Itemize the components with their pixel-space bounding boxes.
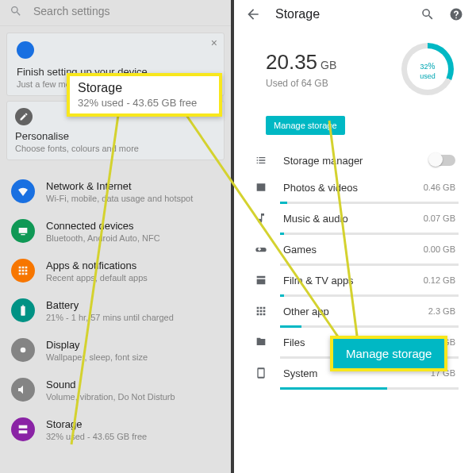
search-placeholder: Search settings — [33, 5, 110, 17]
phone-icon — [251, 367, 271, 379]
search-row[interactable]: Search settings — [0, 0, 231, 26]
callout-title: Storage — [78, 81, 211, 95]
settings-item-display[interactable]: Display Wallpaper, sleep, font size — [0, 330, 231, 370]
item-label: Network & Internet — [46, 180, 220, 192]
item-sub: 32% used - 43.65 GB free — [46, 432, 220, 441]
personalise-title: Personalise — [15, 130, 216, 142]
category-value: 0.46 GB — [424, 183, 455, 192]
list-icon — [251, 154, 271, 167]
settings-item-network[interactable]: Network & Internet Wi-Fi, mobile, data u… — [0, 171, 231, 211]
search-icon[interactable] — [420, 7, 435, 21]
usage-bar — [280, 233, 459, 235]
item-sub: Volume, vibration, Do Not Disturb — [46, 392, 220, 402]
devices-icon — [11, 219, 35, 243]
apps-icon — [251, 305, 271, 317]
music-icon — [251, 212, 271, 225]
storage-screen: Storage 20.35GB Used of 64 GB 32% used M… — [234, 0, 473, 473]
item-label: Sound — [46, 379, 220, 390]
edit-icon — [15, 108, 33, 125]
search-icon — [10, 5, 22, 17]
category-value: 2.3 GB — [428, 306, 455, 316]
close-icon[interactable]: × — [211, 37, 217, 49]
settings-item-battery[interactable]: Battery 21% - 1 hr, 57 mins until charge… — [0, 290, 231, 330]
item-sub: Recent apps, default apps — [46, 273, 220, 283]
callout-storage: Storage 32% used - 43.65 GB free — [67, 73, 222, 117]
settings-item-storage[interactable]: Storage 32% used - 43.65 GB free — [0, 410, 231, 449]
usage-bar — [280, 263, 459, 266]
storage-manager-row[interactable]: Storage manager — [248, 146, 459, 173]
photos-icon — [251, 181, 271, 194]
back-icon[interactable] — [245, 6, 261, 22]
category-label: Other app — [283, 306, 428, 317]
category-value: 0.07 GB — [424, 213, 455, 223]
item-label: Storage — [46, 418, 220, 430]
callout-sub: 32% used - 43.65 GB free — [78, 97, 211, 109]
item-label: Apps & notifications — [46, 260, 220, 271]
used-amount: 20.35GB — [266, 50, 401, 75]
folder-icon — [251, 336, 271, 348]
usage-ring: 32% used — [401, 43, 454, 95]
display-icon — [11, 338, 35, 362]
personalise-sub: Choose fonts, colours and more — [15, 144, 216, 153]
settings-screen: Search settings × Finish setting up your… — [0, 0, 234, 473]
item-sub: Wallpaper, sleep, font size — [46, 352, 220, 362]
usage-bar — [280, 294, 459, 297]
callout-manage-storage: Manage storage — [330, 336, 447, 371]
settings-item-connected[interactable]: Connected devices Bluetooth, Android Aut… — [0, 211, 231, 251]
usage-bar — [280, 325, 459, 328]
sound-icon — [11, 378, 35, 402]
settings-item-apps[interactable]: Apps & notifications Recent apps, defaul… — [0, 251, 231, 290]
category-row-film[interactable]: Film & TV apps 0.12 GB — [248, 266, 459, 293]
setup-icon — [17, 41, 34, 59]
item-label: Display — [46, 339, 220, 351]
games-icon — [251, 243, 271, 256]
used-of: Used of 64 GB — [266, 78, 401, 89]
storage-manager-label: Storage manager — [283, 155, 430, 167]
category-label: Photos & videos — [283, 182, 424, 194]
settings-item-sound[interactable]: Sound Volume, vibration, Do Not Disturb — [0, 370, 231, 410]
help-icon[interactable] — [449, 7, 463, 21]
storage-summary: 20.35GB Used of 64 GB 32% used — [234, 27, 473, 108]
item-label: Battery — [46, 299, 220, 311]
category-row-photos[interactable]: Photos & videos 0.46 GB — [248, 173, 459, 200]
manage-storage-button[interactable]: Manage storage — [266, 116, 345, 135]
item-sub: Bluetooth, Android Auto, NFC — [46, 233, 220, 243]
film-icon — [251, 274, 271, 286]
storage-manager-toggle[interactable] — [430, 155, 455, 166]
wifi-icon — [11, 179, 35, 203]
item-sub: Wi-Fi, mobile, data usage and hotspot — [46, 194, 220, 203]
item-sub: 21% - 1 hr, 57 mins until charged — [46, 313, 220, 322]
usage-bar — [280, 387, 459, 390]
category-row-games[interactable]: Games 0.00 GB — [248, 235, 459, 262]
storage-icon — [11, 417, 35, 441]
category-label: Games — [283, 244, 424, 256]
battery-icon — [11, 298, 35, 322]
apps-icon — [11, 259, 35, 283]
usage-bar — [280, 202, 459, 204]
item-label: Connected devices — [46, 220, 220, 232]
category-row-music[interactable]: Music & audio 0.07 GB — [248, 204, 459, 231]
category-label: Film & TV apps — [283, 275, 424, 286]
category-value: 0.00 GB — [424, 244, 455, 254]
category-label: Music & audio — [283, 213, 424, 225]
page-title: Storage — [275, 7, 406, 21]
category-value: 0.12 GB — [424, 275, 455, 285]
category-row-other[interactable]: Other app 2.3 GB — [248, 297, 459, 324]
